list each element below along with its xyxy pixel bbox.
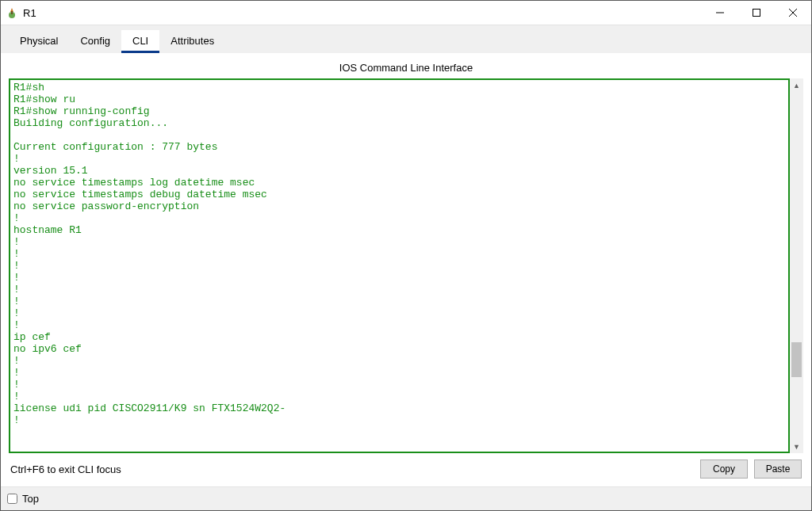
terminal-wrap: R1#sh R1#show ru R1#show running-config … [9,78,803,453]
scroll-up-icon[interactable]: ▲ [790,78,803,92]
tab-attributes[interactable]: Attributes [159,30,225,53]
tab-physical[interactable]: Physical [9,30,69,53]
svg-rect-3 [753,10,760,17]
cli-hint: Ctrl+F6 to exit CLI focus [10,463,694,475]
cli-panel: IOS Command Line Interface R1#sh R1#show… [1,53,811,486]
svg-rect-1 [11,11,13,14]
tab-config[interactable]: Config [69,30,121,53]
cli-panel-title: IOS Command Line Interface [9,57,803,78]
cli-terminal[interactable]: R1#sh R1#show ru R1#show running-config … [9,78,790,453]
tabstrip: Physical Config CLI Attributes [1,25,811,53]
minimize-button[interactable] [702,1,738,25]
tabs: Physical Config CLI Attributes [1,25,811,53]
tab-cli[interactable]: CLI [121,30,159,53]
statusbar: Top [1,486,811,510]
scroll-down-icon[interactable]: ▼ [790,440,803,453]
paste-button[interactable]: Paste [754,460,802,479]
scroll-track[interactable] [790,92,803,440]
app-icon [6,6,18,19]
top-checkbox-label[interactable]: Top [22,493,39,505]
maximize-button[interactable] [738,1,775,25]
top-checkbox[interactable] [7,494,17,504]
copy-button[interactable]: Copy [700,460,748,479]
cli-footer: Ctrl+F6 to exit CLI focus Copy Paste [9,453,803,482]
terminal-scrollbar[interactable]: ▲ ▼ [790,78,803,453]
scroll-thumb[interactable] [791,342,802,377]
app-window: R1 Physical Config CLI Attributes IOS Co… [0,0,812,511]
window-title: R1 [23,7,36,19]
close-button[interactable] [775,1,811,25]
titlebar: R1 [1,1,811,25]
cli-output: R1#sh R1#show ru R1#show running-config … [10,80,788,428]
